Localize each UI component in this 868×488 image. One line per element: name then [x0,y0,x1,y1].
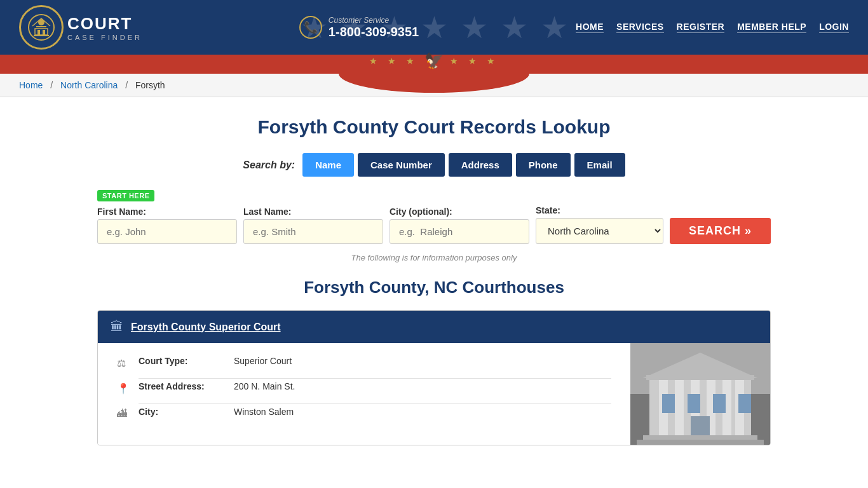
court-type-label: Court Type: [139,356,227,366]
state-field: State: AlabamaAlaskaArizonaArkansasCalif… [536,205,663,244]
courthouse-building-icon: 🏛 [111,320,123,334]
page-title: Forsyth County Court Records Lookup [97,116,771,138]
search-by-row: Search by: Name Case Number Address Phon… [97,153,771,177]
stars-left: ★ ★ ★ [369,56,418,66]
svg-rect-21 [688,394,700,413]
tab-phone[interactable]: Phone [516,153,571,177]
svg-rect-11 [675,378,684,435]
last-name-input[interactable] [243,219,383,244]
city-detail-value: Winston Salem [234,407,294,417]
courthouses-title: Forsyth County, NC Courthouses [97,278,771,297]
tab-address[interactable]: Address [449,153,512,177]
eagle-area: ★ ★ ★ 🦅 ★ ★ ★ [369,52,499,70]
state-select[interactable]: AlabamaAlaskaArizonaArkansasCaliforniaCo… [536,218,663,244]
tab-name[interactable]: Name [302,153,354,177]
star-6: ★ [501,10,528,45]
first-name-input[interactable] [97,219,237,244]
courthouse-card: 🏛 Forsyth County Superior Court ⚖ Court … [97,310,771,445]
nav-links: HOME SERVICES REGISTER MEMBER HELP LOGIN [576,22,849,33]
last-name-label: Last Name: [243,207,383,217]
cs-label: Customer Service [329,16,419,25]
search-form-area: START HERE First Name: Last Name: City (… [97,189,771,244]
nav-register[interactable]: REGISTER [677,22,725,33]
svg-rect-4 [37,30,40,35]
tab-case-number[interactable]: Case Number [358,153,445,177]
logo-icon [27,13,55,41]
svg-rect-2 [36,26,46,27]
svg-rect-18 [643,435,757,440]
address-icon: 📍 [117,383,132,395]
courthouse-building-svg [630,343,770,445]
sep-2: / [125,80,128,90]
svg-rect-20 [662,394,675,413]
sep-1: / [50,80,53,90]
tab-email[interactable]: Email [574,153,625,177]
svg-rect-17 [646,375,754,380]
last-name-field: Last Name: [243,207,383,244]
courthouse-name-link[interactable]: Forsyth County Superior Court [131,322,281,333]
state-label: State: [536,205,663,215]
svg-rect-23 [738,394,751,413]
court-type-icon: ⚖ [117,357,132,369]
city-icon: 🏙 [117,408,132,419]
first-name-field: First Name: [97,207,237,244]
court-type-row: ⚖ Court Type: Superior Court [117,356,611,369]
info-note: The following is for information purpose… [97,253,771,262]
svg-rect-22 [713,394,726,413]
breadcrumb-home[interactable]: Home [19,80,43,90]
star-4: ★ [421,10,448,45]
svg-rect-19 [637,440,764,445]
stars-right: ★ ★ ★ [450,56,499,66]
logo-text: COURT CASE FINDER [67,14,142,41]
city-field: City (optional): [390,207,529,244]
logo-case-finder-text: CASE FINDER [67,34,142,41]
logo-area: COURT CASE FINDER [19,5,142,50]
court-type-value: Superior Court [234,356,292,366]
nav-member-help[interactable]: MEMBER HELP [737,22,806,33]
city-label: City (optional): [390,207,529,217]
courthouse-details: ⚖ Court Type: Superior Court 📍 Street Ad… [98,343,630,445]
svg-rect-3 [35,29,48,35]
city-input[interactable] [390,219,529,244]
breadcrumb-state[interactable]: North Carolina [60,80,118,90]
main-content: Forsyth County Court Records Lookup Sear… [85,97,783,477]
svg-rect-6 [34,35,49,36]
phone-icon: 📞 [299,16,322,39]
logo-court-text: COURT [67,14,142,34]
site-header: ★ ★ ★ ★ ★ ★ ★ COURT CASE FINDER 📞 [0,0,868,55]
svg-rect-5 [43,30,45,35]
search-by-label: Search by: [243,159,295,171]
eagle-icon: 🦅 [424,52,444,70]
courthouse-header: 🏛 Forsyth County Superior Court [98,311,770,343]
address-row: 📍 Street Address: 200 N. Main St. [117,381,611,395]
nav-services[interactable]: SERVICES [616,22,664,33]
nav-login[interactable]: LOGIN [819,22,849,33]
arch-banner: ★ ★ ★ 🦅 ★ ★ ★ [0,55,868,74]
breadcrumb-county: Forsyth [135,80,165,90]
start-here-badge: START HERE [97,190,154,201]
customer-service: 📞 Customer Service 1-800-309-9351 [299,16,419,39]
first-name-label: First Name: [97,207,237,217]
star-7: ★ [541,10,568,45]
address-value: 200 N. Main St. [234,381,295,391]
star-5: ★ [461,10,488,45]
nav-home[interactable]: HOME [576,22,604,33]
city-detail-label: City: [139,407,227,417]
city-row: 🏙 City: Winston Salem [117,407,611,419]
form-row: First Name: Last Name: City (optional): … [97,205,771,244]
address-label: Street Address: [139,381,227,391]
search-button[interactable]: SEARCH » [670,218,771,244]
logo-circle [19,5,64,50]
cs-text: Customer Service 1-800-309-9351 [329,16,419,39]
svg-rect-24 [691,416,710,435]
cs-number: 1-800-309-9351 [329,25,419,39]
courthouse-image [630,343,770,445]
courthouse-body: ⚖ Court Type: Superior Court 📍 Street Ad… [98,343,770,445]
